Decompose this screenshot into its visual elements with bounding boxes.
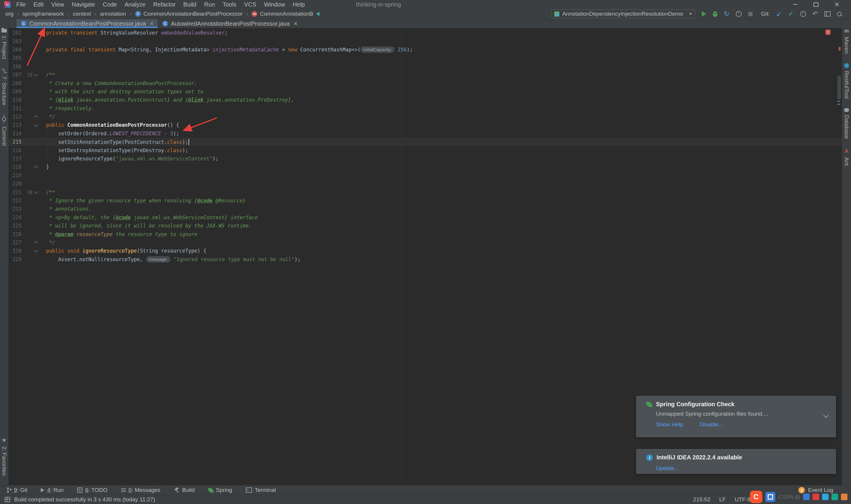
menu-item-vcs[interactable]: VCS: [240, 1, 260, 8]
error-stripe-mark[interactable]: [838, 47, 841, 51]
toolwindow-button-6todo[interactable]: 6: TODO: [77, 487, 107, 493]
fold-start-icon[interactable]: [34, 190, 38, 194]
code-line[interactable]: 225 * will be ignored, since it will be …: [8, 221, 842, 230]
code-line[interactable]: 205: [8, 54, 842, 62]
menu-item-navigate[interactable]: Navigate: [68, 1, 99, 8]
git-commit-button[interactable]: [788, 10, 793, 18]
fold-end-icon[interactable]: [34, 115, 38, 120]
code-line[interactable]: 218}: [8, 163, 842, 171]
code-line[interactable]: 207/**: [8, 71, 842, 79]
toolwindow-button-ant[interactable]: Ant: [843, 148, 850, 166]
stripe-mark[interactable]: [837, 101, 840, 102]
code-line[interactable]: 228public void ignoreResourceType(String…: [8, 247, 842, 255]
editor-tab[interactable]: AutowiredAnnotationBeanPostProcessor.jav…: [158, 19, 302, 28]
code-line[interactable]: 227 */: [8, 238, 842, 247]
menu-item-run[interactable]: Run: [200, 1, 219, 8]
breadcrumb-item[interactable]: CommonAnnotationBeanPostProcessor: [135, 11, 242, 17]
render-doc-icon[interactable]: [28, 190, 33, 195]
code-line[interactable]: 220: [8, 180, 842, 188]
run-config-select[interactable]: AnnotationDependencyInjectionResolutionD…: [551, 10, 695, 18]
toolwindow-button-4run[interactable]: 4: Run: [41, 487, 64, 493]
code-line[interactable]: 214 setOrder(Ordered.LOWEST_PRECEDENCE -…: [8, 129, 842, 138]
coverage-button[interactable]: [724, 10, 729, 18]
code-line[interactable]: 222 * Ignore the given resource type whe…: [8, 196, 842, 205]
toolwindow-button-7structure[interactable]: 7: Structure: [1, 69, 7, 105]
code-line[interactable]: 221/**: [8, 188, 842, 196]
toolwindow-button-restfultool[interactable]: RestfulTool: [843, 63, 850, 99]
stripe-mark[interactable]: [837, 104, 840, 105]
toolwindow-button-build[interactable]: Build: [174, 487, 195, 493]
fold-end-icon[interactable]: [34, 165, 38, 170]
debug-button[interactable]: [713, 11, 718, 17]
editor-tab[interactable]: CommonAnnotationBeanPostProcessor.java×: [17, 19, 158, 28]
toolwindow-button-commit[interactable]: Commit: [1, 115, 7, 146]
menu-item-refactor[interactable]: Refactor: [149, 1, 180, 8]
toolwindow-button-0messages[interactable]: 0: Messages: [121, 487, 160, 493]
breadcrumb-item[interactable]: CommonAnnotationB: [251, 11, 313, 17]
update-link[interactable]: Update...: [656, 465, 679, 471]
code-line[interactable]: 210 * {@link javax.annotation.PostConstr…: [8, 96, 842, 104]
maximize-icon[interactable]: [813, 2, 818, 7]
git-history-button[interactable]: [800, 11, 806, 17]
code-line[interactable]: 203: [8, 37, 842, 45]
fold-end-icon[interactable]: [34, 241, 38, 246]
minimize-icon[interactable]: [793, 4, 798, 5]
line-separator-widget[interactable]: LF: [719, 496, 726, 503]
code-line[interactable]: 224 * <p>By default, the {@code javax.xm…: [8, 213, 842, 221]
inspections-widget[interactable]: !: [825, 30, 831, 35]
fold-start-icon[interactable]: [34, 122, 38, 127]
code-line[interactable]: 216 setDestroyAnnotationType(PreDestroy.…: [8, 146, 842, 154]
menu-item-file[interactable]: File: [13, 1, 30, 8]
toolwindow-button-9git[interactable]: 9: Git: [6, 487, 27, 493]
tab-close-icon[interactable]: ×: [150, 20, 153, 27]
toolwindow-button-database[interactable]: Database: [843, 108, 850, 139]
code-line[interactable]: 212 */: [8, 112, 842, 121]
code-line[interactable]: 208 * Create a new CommonAnnotationBeanP…: [8, 79, 842, 87]
breadcrumb-item[interactable]: annotation: [100, 11, 126, 17]
breadcrumb-item[interactable]: springframework: [22, 11, 64, 17]
code-line[interactable]: 217 ignoreResourceType("javax.xml.ws.Web…: [8, 155, 842, 163]
code-line[interactable]: 213public CommonAnnotationBeanPostProces…: [8, 121, 842, 129]
nav-back-icon[interactable]: [316, 12, 320, 16]
menu-item-analyze[interactable]: Analyze: [121, 1, 149, 8]
disable-link[interactable]: Disable...: [700, 421, 723, 428]
editor-scrollbar[interactable]: [837, 75, 841, 100]
search-everywhere-button[interactable]: [837, 12, 841, 16]
layout-button[interactable]: [825, 11, 831, 17]
code-line[interactable]: 219: [8, 172, 842, 180]
toolwindow-switcher-icon[interactable]: [5, 497, 10, 502]
code-line[interactable]: 215 setInitAnnotationType(PostConstruct.…: [8, 138, 842, 146]
code-line[interactable]: 206: [8, 62, 842, 71]
notification-spring-check[interactable]: Spring Configuration Check Unmapped Spri…: [636, 396, 836, 437]
menu-item-tools[interactable]: Tools: [219, 1, 240, 8]
toolwindow-button-maven[interactable]: Maven: [843, 28, 850, 54]
git-update-button[interactable]: [776, 10, 782, 18]
run-button[interactable]: [702, 11, 706, 17]
toolwindow-button-2favorites[interactable]: 2: Favorites: [1, 437, 7, 475]
git-rollback-button[interactable]: [813, 10, 818, 18]
code-line[interactable]: 229 Assert.notNull(resourceType, message…: [8, 255, 842, 264]
fold-start-icon[interactable]: [34, 248, 38, 253]
code-line[interactable]: 209 * with the init and destroy annotati…: [8, 87, 842, 96]
toolwindow-button-spring[interactable]: Spring: [208, 487, 232, 493]
menu-item-edit[interactable]: Edit: [30, 1, 47, 8]
profiler-button[interactable]: [736, 11, 742, 17]
code-line[interactable]: 223 * annotations.: [8, 205, 842, 213]
fold-start-icon[interactable]: [34, 72, 38, 76]
encoding-widget[interactable]: UTF-8: [735, 496, 750, 503]
menu-item-help[interactable]: Help: [289, 1, 308, 8]
menu-item-window[interactable]: Window: [260, 1, 289, 8]
breadcrumb-item[interactable]: org: [5, 11, 13, 17]
render-doc-icon[interactable]: [28, 72, 33, 77]
stop-button[interactable]: [748, 12, 753, 16]
menu-item-view[interactable]: View: [48, 1, 68, 8]
code-line[interactable]: 226 * @param resourceType the resource t…: [8, 230, 842, 238]
caret-position-widget[interactable]: 215:52: [693, 496, 710, 503]
menu-item-build[interactable]: Build: [179, 1, 200, 8]
code-line[interactable]: 204private final transient Map<String, I…: [8, 46, 842, 54]
code-line[interactable]: 211 * respectively.: [8, 104, 842, 112]
toolwindow-button-terminal[interactable]: Terminal: [246, 487, 276, 493]
notification-ide-update[interactable]: IntelliJ IDEA 2022.2.4 available Update.…: [636, 449, 836, 474]
code-line[interactable]: 202private transient StringValueResolver…: [8, 29, 842, 37]
tab-close-icon[interactable]: ×: [294, 20, 297, 27]
